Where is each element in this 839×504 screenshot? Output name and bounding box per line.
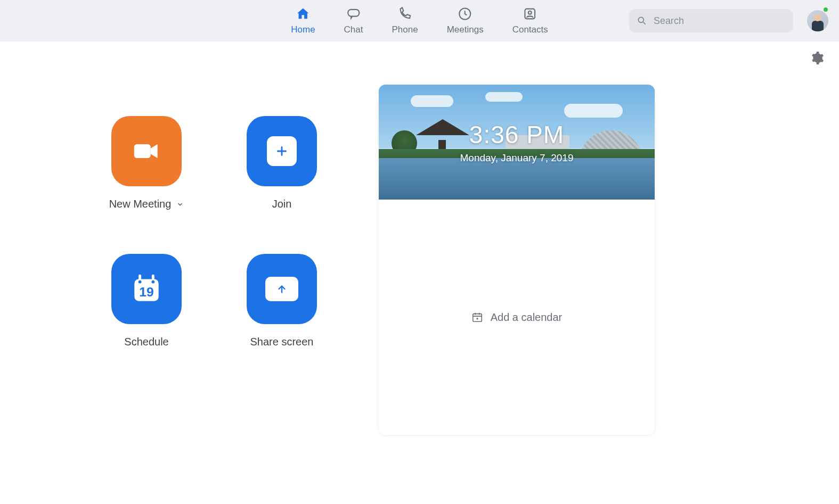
settings-row: [0, 42, 839, 65]
plus-icon: [275, 144, 289, 158]
gear-icon[interactable]: [810, 51, 824, 65]
search-box[interactable]: [629, 9, 793, 32]
hero-water: [379, 158, 655, 200]
tab-home[interactable]: Home: [288, 0, 318, 42]
tab-meetings-label: Meetings: [447, 24, 484, 35]
chat-icon: [346, 6, 361, 21]
svg-point-8: [151, 280, 154, 284]
presence-indicator: [822, 6, 829, 13]
share-inner: [265, 277, 298, 301]
svg-point-4: [638, 17, 643, 22]
share-screen-label: Share screen: [250, 336, 314, 348]
tab-phone[interactable]: Phone: [389, 0, 421, 42]
clock-date: Monday, January 7, 2019: [460, 152, 573, 164]
chevron-down-icon[interactable]: [176, 201, 184, 208]
join-button[interactable]: Join: [237, 116, 327, 210]
svg-rect-9: [473, 314, 482, 322]
new-meeting-button[interactable]: New Meeting: [101, 116, 192, 210]
svg-rect-0: [348, 10, 359, 16]
search-input[interactable]: [653, 15, 786, 27]
tab-home-label: Home: [291, 24, 315, 35]
tab-contacts[interactable]: Contacts: [509, 0, 551, 42]
calendar-plus-icon: [471, 311, 483, 323]
new-meeting-tile: [111, 116, 182, 186]
tab-chat-label: Chat: [344, 24, 363, 35]
video-icon: [130, 135, 163, 168]
nav-tabs: Home Chat Phone Meetings Contacts: [288, 0, 551, 42]
phone-icon: [397, 6, 412, 21]
schedule-button[interactable]: 19 Schedule: [101, 254, 192, 348]
calendar-day: 19: [139, 285, 154, 299]
tab-meetings[interactable]: Meetings: [444, 0, 487, 42]
schedule-label: Schedule: [124, 336, 168, 348]
avatar-head: [814, 14, 821, 21]
tab-contacts-label: Contacts: [512, 24, 548, 35]
contacts-icon: [523, 6, 537, 21]
svg-point-3: [528, 11, 532, 14]
svg-point-7: [139, 280, 142, 284]
avatar[interactable]: [807, 10, 828, 31]
schedule-tile: 19: [111, 254, 182, 324]
arrow-up-icon: [276, 283, 288, 295]
add-calendar-label: Add a calendar: [491, 311, 563, 324]
new-meeting-label-row: New Meeting: [109, 198, 184, 210]
panel-body: Add a calendar: [379, 200, 655, 435]
add-calendar-button[interactable]: Add a calendar: [471, 311, 563, 324]
tab-phone-label: Phone: [392, 24, 418, 35]
clock-time: 3:36 PM: [460, 120, 573, 149]
search-icon: [637, 15, 647, 26]
home-icon: [296, 6, 311, 21]
svg-rect-5: [134, 144, 151, 158]
share-screen-button[interactable]: Share screen: [237, 254, 327, 348]
main-content: New Meeting Join: [0, 65, 839, 467]
new-meeting-label: New Meeting: [109, 198, 172, 210]
share-tile: [247, 254, 317, 324]
tab-chat[interactable]: Chat: [341, 0, 366, 42]
panel-hero: 3:36 PM Monday, January 7, 2019: [379, 85, 655, 200]
clock-icon: [458, 6, 473, 21]
hero-text: 3:36 PM Monday, January 7, 2019: [460, 120, 573, 164]
calendar-panel: 3:36 PM Monday, January 7, 2019 Add a ca…: [378, 84, 655, 435]
join-label: Join: [272, 198, 292, 210]
join-inner: [267, 136, 297, 166]
calendar-icon: 19: [129, 271, 164, 307]
action-grid: New Meeting Join: [101, 116, 327, 348]
avatar-body: [812, 21, 824, 31]
join-tile: [247, 116, 317, 186]
top-bar: Home Chat Phone Meetings Contacts: [0, 0, 839, 42]
